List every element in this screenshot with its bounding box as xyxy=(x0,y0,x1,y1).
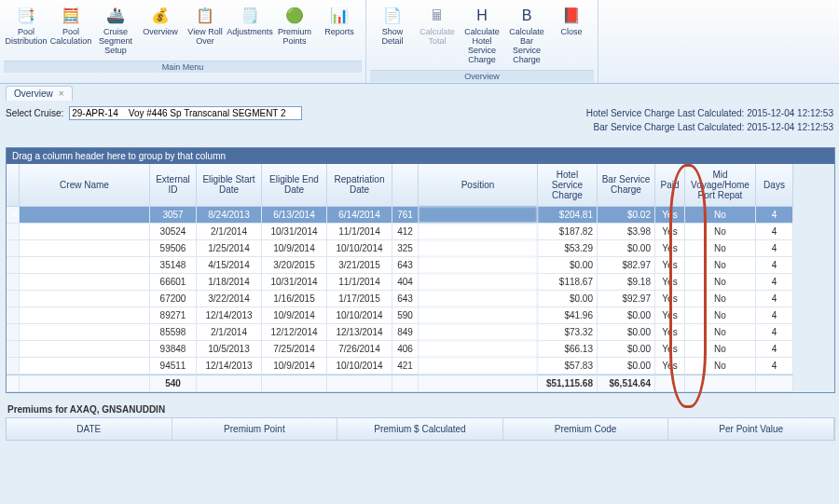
select-row: Select Cruise: Hotel Service Charge Last… xyxy=(0,101,839,134)
ribbon-group-main-label: Main Menu xyxy=(4,61,362,73)
ribbon-btn-calculate-hotel-service-charge[interactable]: HCalculate Hotel Service Charge xyxy=(460,3,504,68)
table-row[interactable]: 305242/1/201410/31/201411/1/2014412 $187… xyxy=(7,224,834,240)
tabstrip: Overview × xyxy=(0,84,839,101)
table-row[interactable]: 666011/18/201410/31/201411/1/2014404 $11… xyxy=(7,274,834,291)
table-row[interactable]: 672003/22/20141/16/20151/17/2015643 $0.0… xyxy=(7,291,834,307)
table-row[interactable]: 9451112/14/201310/9/201410/10/2014421 $5… xyxy=(7,358,834,375)
table-row[interactable]: 595061/25/201410/9/201410/10/2014325 $53… xyxy=(7,240,834,257)
col-header-8[interactable]: Hotel Service Charge xyxy=(538,164,598,207)
premiums-col-header[interactable]: DATE xyxy=(7,418,172,440)
ribbon-btn-icon: 🖩 xyxy=(424,6,450,26)
premiums-section: Premiums for AXAQ, GNSANUDDIN DATEPremiu… xyxy=(6,404,835,441)
hotel-svc-last-calc: Hotel Service Charge Last Calculated: 20… xyxy=(586,106,833,120)
select-cruise-input[interactable] xyxy=(69,106,302,120)
ribbon-btn-icon: 🧮 xyxy=(58,6,84,26)
ribbon-group-main: 📑Pool Distribution🧮Pool Calculation🚢Crui… xyxy=(0,0,366,83)
ribbon-btn-adjustments[interactable]: 🗒️Adjustments xyxy=(227,3,272,59)
ribbon-btn-icon: 🗒️ xyxy=(237,6,263,26)
premiums-title: Premiums for AXAQ, GNSANUDDIN xyxy=(7,404,835,415)
ribbon-btn-icon: 📕 xyxy=(558,6,585,26)
ribbon-btn-calculate-bar-service-charge[interactable]: BCalculate Bar Service Charge xyxy=(504,3,549,68)
ribbon-btn-premium-points[interactable]: 🟢Premium Points xyxy=(272,3,317,59)
col-header-9[interactable]: Bar Service Charge xyxy=(598,164,655,207)
col-header-1[interactable]: Crew Name xyxy=(20,164,150,207)
ribbon-group-overview-label: Overview xyxy=(370,70,594,82)
ribbon-btn-icon: 📊 xyxy=(326,6,352,26)
col-header-3[interactable]: Eligible Start Date xyxy=(197,164,262,207)
select-cruise-label: Select Cruise: xyxy=(6,108,63,118)
table-row[interactable]: > 30578/24/20136/13/20146/14/2014761 $20… xyxy=(7,207,834,224)
col-header-4[interactable]: Eligible End Date xyxy=(262,164,327,207)
premiums-col-header[interactable]: Per Point Value xyxy=(668,418,834,440)
tab-overview[interactable]: Overview × xyxy=(6,86,73,101)
col-header-7[interactable]: Position xyxy=(419,164,538,207)
col-header-11[interactable]: Mid Voyage/Home Port Repat xyxy=(685,164,756,207)
ribbon-btn-cruise-segment-setup[interactable]: 🚢Cruise Segment Setup xyxy=(93,3,138,59)
premiums-col-header[interactable]: Premium Code xyxy=(503,418,669,440)
col-header-2[interactable]: External ID xyxy=(150,164,197,207)
ribbon-group-overview: 📄Show Detail🖩Calculate TotalHCalculate H… xyxy=(366,0,598,83)
ribbon-btn-icon: 🟢 xyxy=(282,6,308,26)
ribbon-btn-icon: 📋 xyxy=(192,6,218,26)
col-header-5[interactable]: Repatriation Date xyxy=(327,164,392,207)
bar-svc-last-calc: Bar Service Charge Last Calculated: 2015… xyxy=(586,120,833,134)
premiums-col-header[interactable]: Premium $ Calculated xyxy=(337,418,503,440)
ribbon-btn-calculate-total: 🖩Calculate Total xyxy=(415,3,460,68)
ribbon-btn-icon: 🚢 xyxy=(103,6,129,26)
premiums-col-header[interactable]: Premium Point xyxy=(172,418,338,440)
col-header-10[interactable]: Paid xyxy=(655,164,685,207)
table-row[interactable]: 855982/1/201412/12/201412/13/2014849 $73… xyxy=(7,324,834,341)
grid-totals-row: 540$51,115.68$6,514.64 xyxy=(7,375,834,392)
ribbon-btn-close[interactable]: 📕Close xyxy=(549,3,594,68)
col-header-12[interactable]: Days xyxy=(756,164,793,207)
ribbon-btn-show-detail[interactable]: 📄Show Detail xyxy=(370,3,415,68)
table-row[interactable]: 351484/15/20143/20/20153/21/2015643 $0.0… xyxy=(7,257,834,274)
ribbon: 📑Pool Distribution🧮Pool Calculation🚢Crui… xyxy=(0,0,839,84)
col-header-0[interactable] xyxy=(7,164,20,207)
ribbon-btn-icon: B xyxy=(514,6,540,26)
group-by-prompt[interactable]: Drag a column header here to group by th… xyxy=(7,148,834,164)
ribbon-btn-icon: H xyxy=(469,6,495,26)
ribbon-btn-icon: 📑 xyxy=(13,6,39,26)
service-charge-status: Hotel Service Charge Last Calculated: 20… xyxy=(586,106,833,134)
table-row[interactable]: 9384810/5/20137/25/20147/26/2014406 $66.… xyxy=(7,341,834,358)
table-row[interactable]: 8927112/14/201310/9/201410/10/2014590 $4… xyxy=(7,307,834,324)
ribbon-btn-icon: 💰 xyxy=(147,6,173,26)
ribbon-btn-view-roll-over[interactable]: 📋View Roll Over xyxy=(183,3,227,59)
tab-overview-label: Overview xyxy=(14,89,53,99)
col-header-6[interactable] xyxy=(392,164,419,207)
ribbon-btn-pool-distribution[interactable]: 📑Pool Distribution xyxy=(4,3,48,59)
close-icon[interactable]: × xyxy=(59,89,64,99)
ribbon-btn-reports[interactable]: 📊Reports xyxy=(317,3,362,59)
grid-header: Crew NameExternal IDEligible Start DateE… xyxy=(7,164,834,207)
ribbon-btn-icon: 📄 xyxy=(379,6,406,26)
ribbon-btn-pool-calculation[interactable]: 🧮Pool Calculation xyxy=(48,3,93,59)
grid: Drag a column header here to group by th… xyxy=(6,147,835,393)
premiums-header: DATEPremium PointPremium $ CalculatedPre… xyxy=(6,417,835,441)
ribbon-btn-overview[interactable]: 💰Overview xyxy=(138,3,183,59)
